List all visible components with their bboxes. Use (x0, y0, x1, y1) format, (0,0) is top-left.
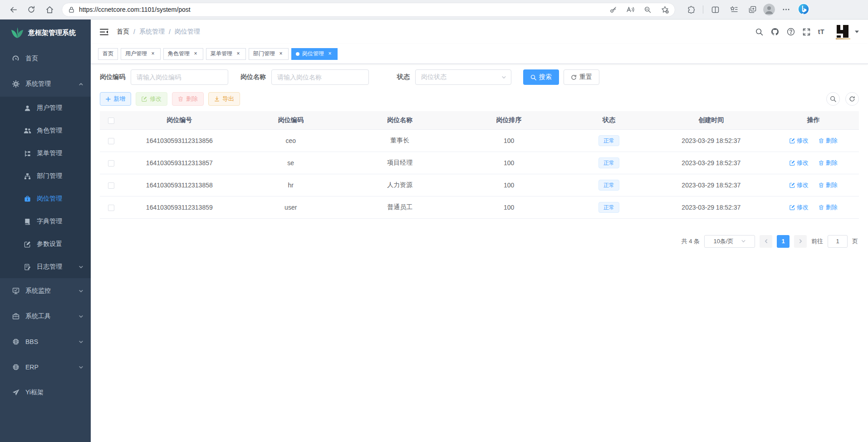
tab-role-mgmt[interactable]: 角色管理 × (163, 48, 203, 60)
tab-user-mgmt[interactable]: 用户管理 × (121, 48, 161, 60)
sidebar-item-yi-framework[interactable]: Yi框架 (0, 380, 91, 405)
delete-button-label: 删除 (186, 95, 198, 103)
toolbox-icon (12, 313, 20, 320)
collections-icon[interactable] (745, 2, 760, 17)
edit-button[interactable]: 修改 (136, 92, 167, 106)
prev-page-button[interactable] (760, 235, 772, 248)
search-button[interactable]: 搜索 (523, 69, 559, 85)
close-icon[interactable]: × (235, 51, 241, 57)
sidebar-item-label: ERP (25, 363, 39, 371)
row-delete-link[interactable]: 删除 (819, 159, 838, 167)
next-page-button[interactable] (794, 235, 807, 248)
sidebar-item-logs[interactable]: 日志管理 (0, 255, 91, 278)
extensions-icon[interactable] (683, 2, 699, 17)
export-button[interactable]: 导出 (208, 92, 240, 106)
close-icon[interactable]: × (192, 51, 199, 57)
tab-home[interactable]: 首页 (98, 48, 118, 60)
row-checkbox[interactable] (108, 160, 114, 167)
browser-refresh-button[interactable] (24, 2, 39, 17)
zoom-out-icon[interactable] (641, 4, 654, 15)
tab-menu-mgmt[interactable]: 菜单管理 × (206, 48, 246, 60)
browser-back-button[interactable] (5, 2, 21, 17)
row-delete-link[interactable]: 删除 (819, 137, 838, 145)
user-profile[interactable] (835, 25, 859, 39)
github-icon[interactable] (771, 28, 779, 36)
add-button[interactable]: 新增 (100, 92, 131, 106)
menu-tree-icon (24, 150, 31, 157)
row-edit-link[interactable]: 修改 (790, 203, 809, 211)
add-favorite-icon[interactable] (658, 4, 671, 15)
row-delete-link[interactable]: 删除 (819, 181, 838, 189)
goto-page-input[interactable] (828, 235, 848, 248)
breadcrumb-home[interactable]: 首页 (117, 28, 129, 36)
sidebar-item-departments[interactable]: 部门管理 (0, 165, 91, 187)
reset-button[interactable]: 重置 (564, 69, 599, 85)
delete-link-label: 删除 (826, 137, 838, 145)
sidebar-item-users[interactable]: 用户管理 (0, 97, 91, 119)
cell-post-id: 1641030593112313858 (123, 174, 236, 196)
refresh-table-icon[interactable] (845, 92, 859, 106)
table-header-row: 岗位编号 岗位编码 岗位名称 岗位排序 状态 创建时间 操作 (100, 111, 859, 129)
tab-post-mgmt[interactable]: 岗位管理 × (291, 48, 338, 60)
sidebar-item-dictionary[interactable]: 字典管理 (0, 210, 91, 233)
header-search-icon[interactable] (755, 28, 763, 36)
sidebar-item-monitor[interactable]: 系统监控 (0, 278, 91, 304)
password-key-icon[interactable] (607, 4, 619, 15)
sidebar-item-erp[interactable]: ERP (0, 354, 91, 380)
help-icon[interactable] (787, 28, 795, 36)
close-icon[interactable]: × (327, 51, 333, 57)
row-checkbox[interactable] (108, 205, 114, 211)
row-edit-link[interactable]: 修改 (790, 159, 809, 167)
select-all-checkbox[interactable] (108, 118, 114, 124)
row-edit-link[interactable]: 修改 (790, 181, 809, 189)
font-size-icon[interactable]: tT (818, 28, 824, 35)
reset-button-label: 重置 (579, 73, 592, 81)
sidebar-item-bbs[interactable]: BBS (0, 329, 91, 354)
sidebar-item-tools[interactable]: 系统工具 (0, 304, 91, 329)
row-delete-link[interactable]: 删除 (819, 203, 838, 211)
sidebar-collapse-icon[interactable] (100, 28, 108, 36)
status-select[interactable]: 岗位状态 (415, 69, 511, 85)
tab-dept-mgmt[interactable]: 部门管理 × (249, 48, 289, 60)
browser-profile-avatar[interactable] (763, 4, 775, 15)
browser-menu-icon[interactable] (778, 2, 794, 17)
sidebar-item-menus[interactable]: 菜单管理 (0, 142, 91, 165)
breadcrumb-system[interactable]: 系统管理 (139, 28, 165, 36)
favorites-icon[interactable] (726, 2, 741, 17)
row-checkbox[interactable] (108, 182, 114, 189)
browser-home-button[interactable] (42, 2, 57, 17)
fullscreen-icon[interactable] (803, 28, 810, 36)
address-bar[interactable]: https://ccnetcore.com:1101/system/post (62, 3, 675, 17)
read-aloud-icon[interactable] (624, 4, 637, 15)
toggle-search-icon[interactable] (826, 92, 840, 106)
sidebar-item-label: 岗位管理 (37, 195, 62, 203)
top-navbar: 首页 / 系统管理 / 岗位管理 tT (91, 20, 868, 44)
page-number-1[interactable]: 1 (777, 235, 790, 248)
sidebar-item-roles[interactable]: 角色管理 (0, 119, 91, 142)
status-select-placeholder: 岗位状态 (421, 73, 446, 81)
app-logo: 意框架管理系统 (0, 20, 91, 46)
post-code-input[interactable] (131, 69, 228, 85)
sidebar-item-label: 角色管理 (37, 127, 62, 135)
sidebar-item-posts[interactable]: 岗位管理 (0, 187, 91, 210)
close-icon[interactable]: × (278, 51, 284, 57)
page-size-select[interactable]: 10条/页 (704, 235, 755, 248)
search-button-label: 搜索 (539, 73, 552, 81)
add-button-label: 新增 (113, 95, 125, 103)
delete-link-label: 删除 (826, 159, 838, 167)
post-name-input[interactable] (271, 69, 369, 85)
row-checkbox[interactable] (108, 138, 114, 144)
sidebar-item-home[interactable]: 首页 (0, 46, 91, 71)
chevron-down-icon (78, 289, 83, 294)
sidebar-item-system[interactable]: 系统管理 (0, 71, 91, 97)
chevron-down-icon (741, 239, 746, 244)
url-text: https://ccnetcore.com:1101/system/post (79, 6, 602, 13)
delete-button[interactable]: 删除 (172, 92, 204, 106)
row-edit-link[interactable]: 修改 (790, 137, 809, 145)
cell-created-time: 2023-03-29 18:52:37 (654, 152, 768, 174)
table-row: 1641030593112313858 hr 人力资源 100 正常 2023-… (100, 174, 859, 196)
close-icon[interactable]: × (150, 51, 156, 57)
bing-chat-icon[interactable] (797, 3, 810, 16)
sidebar-item-parameters[interactable]: 参数设置 (0, 233, 91, 255)
split-screen-icon[interactable] (707, 2, 723, 17)
